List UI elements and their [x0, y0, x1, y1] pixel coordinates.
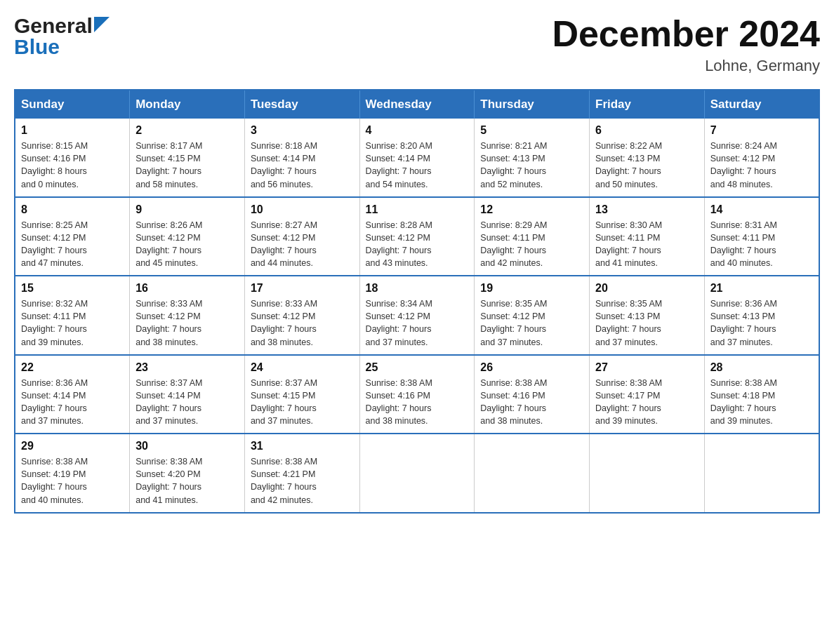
table-row: 22 Sunrise: 8:36 AMSunset: 4:14 PMDaylig…: [15, 355, 130, 434]
day-info: Sunrise: 8:36 AMSunset: 4:14 PMDaylight:…: [21, 377, 124, 428]
table-row: 25 Sunrise: 8:38 AMSunset: 4:16 PMDaylig…: [359, 355, 475, 434]
table-row: 24 Sunrise: 8:37 AMSunset: 4:15 PMDaylig…: [244, 355, 359, 434]
location: Lohne, Germany: [552, 57, 820, 75]
day-number: 20: [595, 282, 699, 295]
table-row: [704, 434, 819, 513]
table-row: 27 Sunrise: 8:38 AMSunset: 4:17 PMDaylig…: [590, 355, 705, 434]
calendar-week-4: 22 Sunrise: 8:36 AMSunset: 4:14 PMDaylig…: [15, 355, 819, 434]
day-number: 26: [480, 361, 583, 374]
day-info: Sunrise: 8:22 AMSunset: 4:13 PMDaylight:…: [595, 140, 699, 191]
day-number: 11: [366, 203, 469, 216]
day-info: Sunrise: 8:38 AMSunset: 4:21 PMDaylight:…: [251, 455, 354, 507]
day-info: Sunrise: 8:33 AMSunset: 4:12 PMDaylight:…: [251, 297, 354, 349]
col-wednesday: Wednesday: [359, 90, 475, 119]
day-info: Sunrise: 8:35 AMSunset: 4:13 PMDaylight:…: [595, 297, 699, 349]
month-title: December 2024: [552, 14, 820, 54]
svg-marker-0: [94, 17, 110, 32]
table-row: 28 Sunrise: 8:38 AMSunset: 4:18 PMDaylig…: [704, 355, 819, 434]
table-row: 15 Sunrise: 8:32 AMSunset: 4:11 PMDaylig…: [15, 276, 130, 355]
col-tuesday: Tuesday: [244, 90, 359, 119]
day-info: Sunrise: 8:30 AMSunset: 4:11 PMDaylight:…: [595, 219, 699, 270]
table-row: 20 Sunrise: 8:35 AMSunset: 4:13 PMDaylig…: [590, 276, 705, 355]
day-number: 9: [135, 203, 239, 216]
day-number: 27: [595, 361, 699, 374]
day-info: Sunrise: 8:38 AMSunset: 4:17 PMDaylight:…: [595, 377, 699, 428]
day-number: 14: [710, 203, 813, 216]
day-number: 10: [251, 203, 354, 216]
table-row: [475, 434, 590, 513]
day-info: Sunrise: 8:15 AMSunset: 4:16 PMDaylight:…: [21, 140, 124, 191]
day-number: 19: [480, 282, 583, 295]
day-number: 24: [251, 361, 354, 374]
calendar-table: Sunday Monday Tuesday Wednesday Thursday…: [14, 89, 820, 514]
table-row: 3 Sunrise: 8:18 AMSunset: 4:14 PMDayligh…: [244, 119, 359, 197]
day-number: 12: [480, 203, 583, 216]
day-info: Sunrise: 8:34 AMSunset: 4:12 PMDaylight:…: [366, 297, 469, 349]
col-sunday: Sunday: [15, 90, 130, 119]
day-number: 29: [21, 440, 124, 452]
table-row: 16 Sunrise: 8:33 AMSunset: 4:12 PMDaylig…: [130, 276, 245, 355]
col-monday: Monday: [130, 90, 245, 119]
day-number: 17: [251, 282, 354, 295]
day-number: 22: [21, 361, 124, 374]
table-row: 14 Sunrise: 8:31 AMSunset: 4:11 PMDaylig…: [704, 197, 819, 276]
day-info: Sunrise: 8:26 AMSunset: 4:12 PMDaylight:…: [135, 219, 239, 270]
col-saturday: Saturday: [704, 90, 819, 119]
day-info: Sunrise: 8:25 AMSunset: 4:12 PMDaylight:…: [21, 219, 124, 270]
table-row: 10 Sunrise: 8:27 AMSunset: 4:12 PMDaylig…: [244, 197, 359, 276]
table-row: 2 Sunrise: 8:17 AMSunset: 4:15 PMDayligh…: [130, 119, 245, 197]
table-row: 19 Sunrise: 8:35 AMSunset: 4:12 PMDaylig…: [475, 276, 590, 355]
table-row: 8 Sunrise: 8:25 AMSunset: 4:12 PMDayligh…: [15, 197, 130, 276]
table-row: [359, 434, 475, 513]
day-info: Sunrise: 8:20 AMSunset: 4:14 PMDaylight:…: [366, 140, 469, 191]
table-row: 7 Sunrise: 8:24 AMSunset: 4:12 PMDayligh…: [704, 119, 819, 197]
title-block: December 2024 Lohne, Germany: [552, 14, 820, 75]
table-row: 13 Sunrise: 8:30 AMSunset: 4:11 PMDaylig…: [590, 197, 705, 276]
day-number: 31: [251, 440, 354, 452]
day-info: Sunrise: 8:38 AMSunset: 4:16 PMDaylight:…: [480, 377, 583, 428]
day-info: Sunrise: 8:37 AMSunset: 4:15 PMDaylight:…: [251, 377, 354, 428]
table-row: 26 Sunrise: 8:38 AMSunset: 4:16 PMDaylig…: [475, 355, 590, 434]
day-info: Sunrise: 8:33 AMSunset: 4:12 PMDaylight:…: [135, 297, 239, 349]
day-info: Sunrise: 8:36 AMSunset: 4:13 PMDaylight:…: [710, 297, 813, 349]
day-info: Sunrise: 8:29 AMSunset: 4:11 PMDaylight:…: [480, 219, 583, 270]
calendar-week-5: 29 Sunrise: 8:38 AMSunset: 4:19 PMDaylig…: [15, 434, 819, 513]
calendar-header-row: Sunday Monday Tuesday Wednesday Thursday…: [15, 90, 819, 119]
day-number: 1: [21, 124, 124, 137]
day-info: Sunrise: 8:37 AMSunset: 4:14 PMDaylight:…: [135, 377, 239, 428]
logo-general: General: [14, 14, 93, 38]
table-row: 4 Sunrise: 8:20 AMSunset: 4:14 PMDayligh…: [359, 119, 475, 197]
day-number: 6: [595, 124, 699, 137]
day-number: 16: [135, 282, 239, 295]
logo: General Blue: [14, 14, 110, 59]
table-row: 18 Sunrise: 8:34 AMSunset: 4:12 PMDaylig…: [359, 276, 475, 355]
day-number: 7: [710, 124, 813, 137]
day-number: 30: [135, 440, 239, 452]
day-info: Sunrise: 8:38 AMSunset: 4:18 PMDaylight:…: [710, 377, 813, 428]
day-info: Sunrise: 8:28 AMSunset: 4:12 PMDaylight:…: [366, 219, 469, 270]
col-thursday: Thursday: [475, 90, 590, 119]
table-row: 31 Sunrise: 8:38 AMSunset: 4:21 PMDaylig…: [244, 434, 359, 513]
day-number: 13: [595, 203, 699, 216]
table-row: 6 Sunrise: 8:22 AMSunset: 4:13 PMDayligh…: [590, 119, 705, 197]
table-row: 5 Sunrise: 8:21 AMSunset: 4:13 PMDayligh…: [475, 119, 590, 197]
calendar-week-1: 1 Sunrise: 8:15 AMSunset: 4:16 PMDayligh…: [15, 119, 819, 197]
day-number: 3: [251, 124, 354, 137]
table-row: 21 Sunrise: 8:36 AMSunset: 4:13 PMDaylig…: [704, 276, 819, 355]
day-number: 15: [21, 282, 124, 295]
day-info: Sunrise: 8:27 AMSunset: 4:12 PMDaylight:…: [251, 219, 354, 270]
day-info: Sunrise: 8:32 AMSunset: 4:11 PMDaylight:…: [21, 297, 124, 349]
day-info: Sunrise: 8:38 AMSunset: 4:16 PMDaylight:…: [366, 377, 469, 428]
calendar-week-2: 8 Sunrise: 8:25 AMSunset: 4:12 PMDayligh…: [15, 197, 819, 276]
logo-triangle-icon: [94, 17, 110, 32]
day-number: 25: [366, 361, 469, 374]
day-number: 28: [710, 361, 813, 374]
day-number: 2: [135, 124, 239, 137]
day-number: 8: [21, 203, 124, 216]
day-number: 4: [366, 124, 469, 137]
table-row: 23 Sunrise: 8:37 AMSunset: 4:14 PMDaylig…: [130, 355, 245, 434]
calendar-week-3: 15 Sunrise: 8:32 AMSunset: 4:11 PMDaylig…: [15, 276, 819, 355]
day-number: 18: [366, 282, 469, 295]
table-row: 17 Sunrise: 8:33 AMSunset: 4:12 PMDaylig…: [244, 276, 359, 355]
table-row: 9 Sunrise: 8:26 AMSunset: 4:12 PMDayligh…: [130, 197, 245, 276]
